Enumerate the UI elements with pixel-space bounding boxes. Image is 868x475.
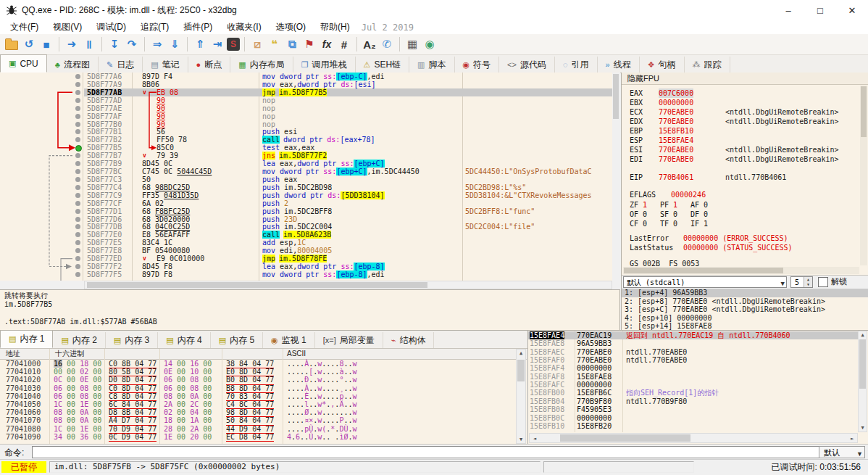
- stack-row[interactable]: 15E8FB08F45905E3: [528, 405, 858, 413]
- scrollbar-thumb[interactable]: [861, 86, 867, 137]
- minimize-button[interactable]: –: [772, 0, 804, 20]
- hex-byte[interactable]: 77: [265, 400, 274, 408]
- hex-byte[interactable]: 00: [177, 360, 185, 368]
- hex-byte[interactable]: D9: [122, 425, 130, 433]
- registers-hscrollbar[interactable]: [623, 267, 859, 274]
- tab-notes[interactable]: ▤笔记: [143, 57, 188, 73]
- memory-row[interactable]: 770410801C 00 1E 0070 D9 04 7728 00 2A 0…: [0, 425, 527, 433]
- hex-byte[interactable]: 02: [80, 368, 88, 376]
- hex-byte[interactable]: 00: [203, 368, 212, 376]
- stack-argument-row[interactable]: 2: [esp+8] 770EABE0 <ntdll.DbgUiRemoteBr…: [622, 297, 868, 306]
- menu-item-4[interactable]: 插件(P): [176, 20, 220, 34]
- hex-byte[interactable]: 77: [265, 416, 274, 424]
- hex-byte[interactable]: 04: [135, 433, 143, 441]
- tab-call-stack[interactable]: ❐调用堆栈: [293, 57, 356, 73]
- hex-byte[interactable]: 84: [239, 360, 248, 368]
- disasm-row[interactable]: 5D8F77AD90nop: [84, 96, 612, 104]
- hex-byte[interactable]: 04: [252, 368, 261, 376]
- memory-vscrollbar[interactable]: ▲ ▼: [516, 349, 526, 444]
- disasm-row[interactable]: 5D8F77CF6A 02push 2: [84, 199, 612, 207]
- calling-convention-select[interactable]: 默认 (stdcall) ▼: [623, 276, 787, 288]
- hex-byte[interactable]: 2A: [164, 400, 172, 408]
- memory-row[interactable]: 7704100016 00 18 00C0 8B 04 7714 00 16 0…: [0, 360, 527, 368]
- hex-byte[interactable]: 0A: [80, 408, 88, 416]
- menu-item-6[interactable]: 选项(O): [269, 20, 313, 34]
- tab-struct[interactable]: ⌁结构体: [383, 332, 435, 348]
- hex-byte[interactable]: C0: [109, 360, 117, 368]
- tab-log[interactable]: ✎日志: [99, 57, 143, 73]
- hex-byte[interactable]: 70: [226, 392, 235, 400]
- stack-row[interactable]: 15E8FAEC770EABE0ntdll.770EABE0: [528, 348, 858, 356]
- register-value[interactable]: 770EABE0: [659, 145, 693, 154]
- memory-row[interactable]: 7704109034 00 36 000C D9 04 771E 00 20 0…: [0, 433, 527, 441]
- hex-byte[interactable]: 77: [148, 425, 157, 433]
- menu-item-3[interactable]: 追踪(T): [133, 20, 176, 34]
- hex-byte[interactable]: 00: [177, 384, 185, 392]
- hex-byte[interactable]: 00: [177, 408, 185, 416]
- hex-byte[interactable]: 14: [164, 360, 172, 368]
- menu-item-2[interactable]: 调试(D): [89, 20, 133, 34]
- hex-byte[interactable]: 04: [252, 433, 261, 441]
- disasm-row[interactable]: 5D8F77A98B06mov eax,dword ptr ds:[esi]: [84, 80, 612, 88]
- hex-byte[interactable]: 0C: [54, 376, 62, 384]
- hex-byte[interactable]: 77: [148, 360, 157, 368]
- disasm-row[interactable]: 5D8F77B585C0test eax,eax: [84, 144, 612, 152]
- hex-byte[interactable]: 00: [177, 416, 185, 424]
- scroll-up-icon[interactable]: ▲: [517, 350, 525, 356]
- stack-vscrollbar[interactable]: ▲ ▼: [858, 331, 867, 432]
- memory-row[interactable]: 7704103006 00 08 00C0 8D 04 7706 00 08 0…: [0, 384, 527, 392]
- stack-row[interactable]: 15E8FAF400000000: [528, 364, 858, 372]
- hex-byte[interactable]: 1A: [190, 416, 199, 424]
- register-value[interactable]: 00000246: [671, 190, 706, 199]
- command-input[interactable]: [32, 446, 820, 458]
- stack-row[interactable]: 15E8FB04770B9F80ntdll.770B9F80: [528, 397, 858, 405]
- disasm-row[interactable]: 5D8F77C468 98BDC25Dpush im.5DC2BD985DC2B…: [84, 183, 612, 191]
- hex-byte[interactable]: 5B: [122, 368, 130, 376]
- hex-byte[interactable]: 04: [252, 400, 261, 408]
- register-row[interactable]: LastStatus00000000 (STATUS_SUCCESS): [622, 243, 868, 252]
- hex-byte[interactable]: 1C: [54, 425, 62, 433]
- hex-byte[interactable]: 04: [252, 392, 261, 400]
- disasm-row[interactable]: 5D8F77DB68 04C0C25Dpush im.5DC2C0045DC2C…: [84, 223, 612, 231]
- hex-byte[interactable]: 1E: [80, 425, 88, 433]
- hex-byte[interactable]: 00: [177, 425, 185, 433]
- hex-byte[interactable]: 04: [135, 425, 143, 433]
- hex-byte[interactable]: 77: [148, 408, 157, 416]
- hex-byte[interactable]: 38: [226, 360, 235, 368]
- hex-byte[interactable]: B8: [226, 384, 235, 392]
- hex-byte[interactable]: 00: [93, 368, 101, 376]
- hex-byte[interactable]: 00: [67, 416, 75, 424]
- tab-handles[interactable]: ❖句柄: [640, 57, 685, 73]
- hex-byte[interactable]: 00: [177, 433, 185, 441]
- hex-byte[interactable]: 77: [148, 433, 157, 441]
- hex-byte[interactable]: 06: [54, 392, 62, 400]
- hex-byte[interactable]: 08: [54, 416, 62, 424]
- calculator-icon[interactable]: ▦: [404, 36, 420, 52]
- memory-row[interactable]: 7704104006 00 08 00C8 8D 04 7708 00 0A 0…: [0, 392, 527, 400]
- hex-byte[interactable]: 06: [54, 384, 62, 392]
- hex-byte[interactable]: E0: [226, 368, 235, 376]
- hex-byte[interactable]: 02: [164, 408, 172, 416]
- hex-byte[interactable]: 8D: [122, 384, 130, 392]
- hex-byte[interactable]: 08: [190, 376, 199, 384]
- call-icon[interactable]: ✆: [379, 36, 395, 52]
- hex-byte[interactable]: 00: [93, 376, 101, 384]
- hex-byte[interactable]: 8D: [239, 408, 248, 416]
- hex-byte[interactable]: 00: [93, 433, 101, 441]
- hex-byte[interactable]: 00: [67, 400, 75, 408]
- labels-icon[interactable]: ⧉: [284, 36, 300, 52]
- hex-byte[interactable]: 04: [135, 392, 143, 400]
- disasm-row[interactable]: 5D8F77A6897D F4mov dword ptr ss:[ebp-C],…: [84, 73, 612, 80]
- hex-byte[interactable]: 80: [109, 368, 117, 376]
- hex-byte[interactable]: 00: [177, 376, 185, 384]
- hex-byte[interactable]: A4: [109, 416, 117, 424]
- hex-byte[interactable]: 00: [93, 384, 101, 392]
- hex-byte[interactable]: 00: [203, 408, 212, 416]
- hex-byte[interactable]: 04: [252, 425, 261, 433]
- unlock-checkbox[interactable]: [818, 277, 828, 287]
- tab-memory-map[interactable]: ▦内存布局: [230, 57, 293, 73]
- menu-item-1[interactable]: 视图(V): [46, 20, 89, 34]
- scroll-left-icon[interactable]: ◄: [531, 436, 538, 442]
- hex-byte[interactable]: 06: [164, 376, 172, 384]
- stack-row[interactable]: 15E8FB0C00000000: [528, 414, 858, 422]
